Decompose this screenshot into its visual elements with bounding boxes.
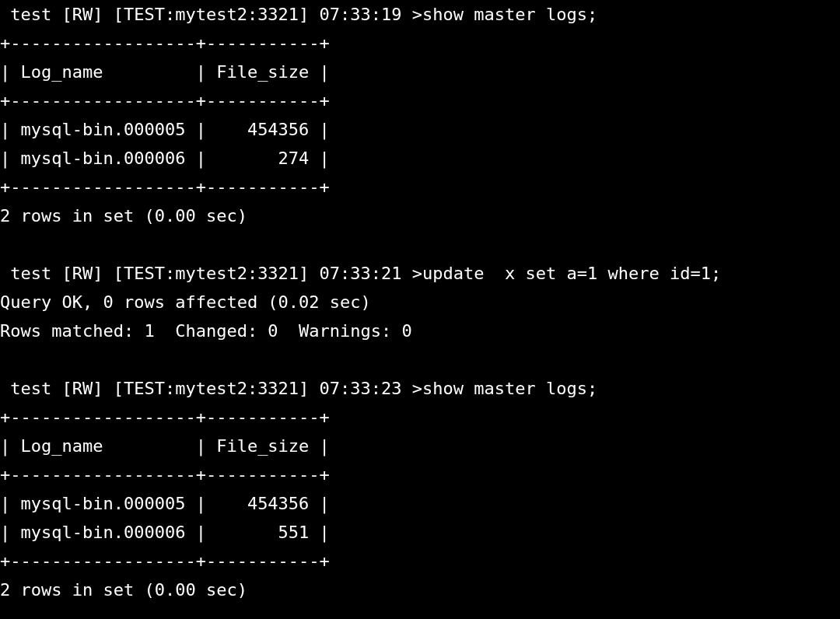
terminal-output: test [RW] [TEST:mytest2:3321] 07:33:19 >… (0, 0, 840, 604)
